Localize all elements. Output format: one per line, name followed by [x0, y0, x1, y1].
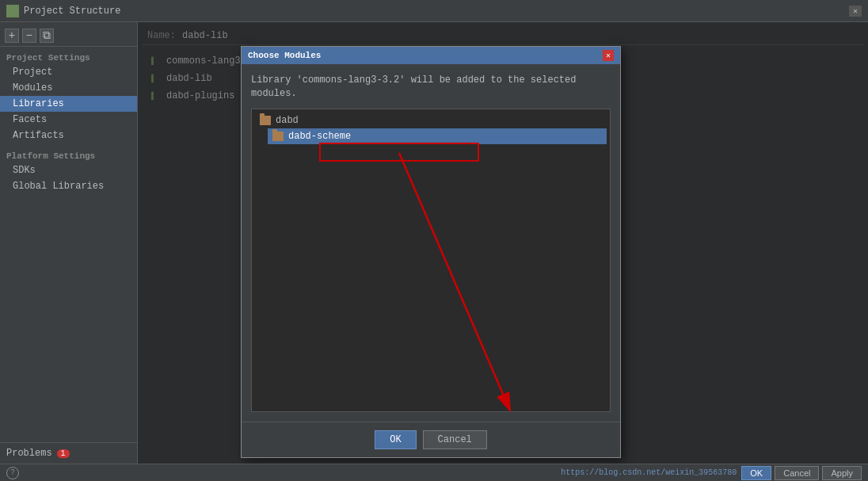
bottom-right: https://blog.csdn.net/weixin_39563780 OK… [561, 466, 862, 480]
tree-item-dabd-scheme[interactable]: dabd-scheme [268, 128, 607, 144]
sidebar-item-sdks[interactable]: SDKs [0, 162, 137, 178]
tree-item-label: dabd [276, 115, 299, 126]
cancel-button[interactable]: Cancel [423, 430, 487, 449]
content-area: Name: dabd-lib commons-lang3-3... dabd-l… [138, 22, 868, 464]
sidebar-item-libraries[interactable]: Libraries [0, 96, 137, 112]
sidebar: + − ⧉ Project Settings Project Modules L… [0, 22, 138, 464]
title-bar: Project Structure ✕ [0, 0, 868, 22]
modal-title: Choose Modules [248, 51, 603, 60]
sidebar-item-project[interactable]: Project [0, 64, 137, 80]
bottom-ok-button[interactable]: OK [741, 466, 771, 480]
help-button[interactable]: ? [6, 467, 19, 479]
modal-title-bar: Choose Modules ✕ [242, 47, 620, 64]
modal-description: Library 'commons-lang3-3.2' will be adde… [251, 74, 611, 101]
copy-button[interactable]: ⧉ [40, 29, 54, 43]
modal-close-button[interactable]: ✕ [603, 50, 614, 61]
bottom-cancel-button[interactable]: Cancel [775, 466, 819, 480]
sidebar-item-artifacts[interactable]: Artifacts [0, 128, 137, 143]
platform-settings-section: Platform Settings [0, 148, 137, 162]
ok-button[interactable]: OK [375, 430, 416, 449]
tree-item-dabd[interactable]: dabd [255, 113, 607, 128]
sidebar-item-modules[interactable]: Modules [0, 80, 137, 96]
tree-item-label: dabd-scheme [288, 131, 351, 142]
folder-icon [260, 116, 271, 125]
modal-overlay: Choose Modules ✕ Library 'commons-lang3-… [138, 22, 868, 464]
bottom-bar: ? https://blog.csdn.net/weixin_39563780 … [0, 464, 868, 481]
remove-button[interactable]: − [22, 29, 36, 43]
module-tree: dabd dabd-scheme [251, 109, 611, 412]
modal-footer: OK Cancel [242, 422, 620, 457]
bottom-url: https://blog.csdn.net/weixin_39563780 [561, 468, 737, 477]
problems-badge: 1 [57, 449, 70, 458]
sidebar-item-global-libraries[interactable]: Global Libraries [0, 178, 137, 194]
bottom-buttons: OK Cancel Apply [741, 466, 862, 480]
project-settings-section: Project Settings [0, 50, 137, 64]
window-close-button[interactable]: ✕ [849, 6, 862, 17]
sidebar-toolbar: + − ⧉ [0, 25, 137, 47]
choose-modules-dialog: Choose Modules ✕ Library 'commons-lang3-… [241, 46, 621, 458]
folder-icon [272, 132, 284, 141]
add-button[interactable]: + [5, 29, 19, 43]
sidebar-item-facets[interactable]: Facets [0, 112, 137, 128]
problems-row: Problems 1 [0, 442, 137, 464]
problems-label: Problems [6, 448, 52, 459]
window-title: Project Structure [24, 6, 120, 17]
main-layout: + − ⧉ Project Settings Project Modules L… [0, 22, 868, 464]
bottom-apply-button[interactable]: Apply [822, 466, 862, 480]
app-icon [6, 5, 19, 17]
modal-body: Library 'commons-lang3-3.2' will be adde… [242, 64, 620, 422]
